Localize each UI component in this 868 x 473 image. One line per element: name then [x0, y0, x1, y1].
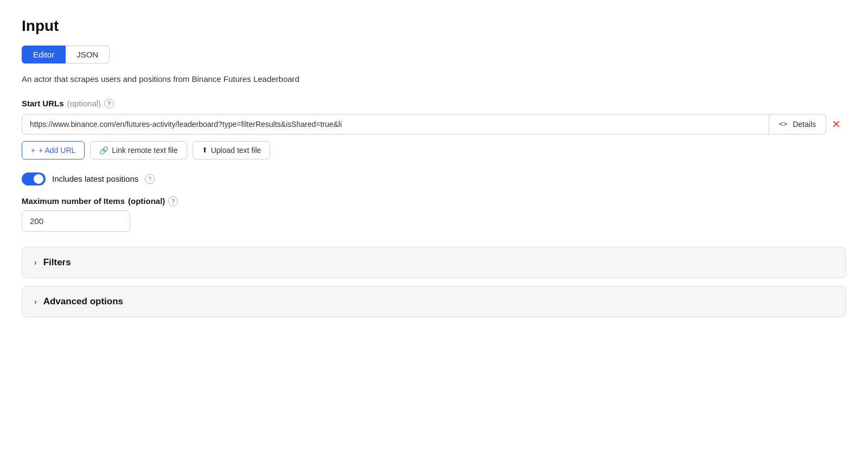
tab-json[interactable]: JSON	[66, 46, 110, 63]
close-icon: ✕	[832, 118, 841, 131]
filters-label: Filters	[43, 257, 71, 268]
remove-url-button[interactable]: ✕	[826, 118, 846, 131]
start-urls-help-icon[interactable]: ?	[104, 99, 114, 108]
upload-icon: ⬆	[202, 146, 208, 154]
includes-latest-help-icon[interactable]: ?	[145, 174, 155, 184]
filters-section: › Filters	[22, 247, 846, 278]
advanced-options-chevron-icon: ›	[34, 297, 37, 306]
advanced-options-header[interactable]: › Advanced options	[22, 286, 846, 317]
plus-icon: +	[31, 146, 35, 155]
start-urls-label: Start URLs (optional) ?	[22, 99, 846, 108]
advanced-options-label: Advanced options	[43, 296, 123, 307]
add-url-button[interactable]: + + Add URL	[22, 141, 85, 159]
action-buttons: + + Add URL 🔗 Link remote text file ⬆ Up…	[22, 141, 846, 159]
details-button[interactable]: <> Details	[769, 114, 826, 135]
url-row: <> Details ✕	[22, 114, 846, 135]
max-items-input[interactable]	[22, 211, 130, 231]
upload-button[interactable]: ⬆ Upload text file	[193, 141, 271, 159]
link-remote-button[interactable]: 🔗 Link remote text file	[90, 141, 187, 159]
page-title: Input	[22, 17, 846, 35]
max-items-label: Maximum number of Items (optional) ?	[22, 196, 846, 206]
link-icon: 🔗	[99, 146, 108, 155]
toggle-row: Includes latest positions ?	[22, 172, 846, 186]
max-items-input-group: + −	[22, 210, 130, 232]
toggle-label: Includes latest positions	[52, 174, 138, 183]
page-description: An actor that scrapes users and position…	[22, 73, 846, 86]
max-items-help-icon[interactable]: ?	[168, 196, 178, 206]
advanced-options-section: › Advanced options	[22, 286, 846, 317]
filters-chevron-icon: ›	[34, 258, 37, 267]
filters-header[interactable]: › Filters	[22, 247, 846, 278]
includes-latest-toggle[interactable]	[22, 172, 46, 186]
url-input[interactable]	[22, 114, 769, 135]
tab-editor[interactable]: Editor	[22, 46, 66, 63]
tab-group: Editor JSON	[22, 46, 846, 63]
code-icon: <>	[779, 120, 787, 128]
